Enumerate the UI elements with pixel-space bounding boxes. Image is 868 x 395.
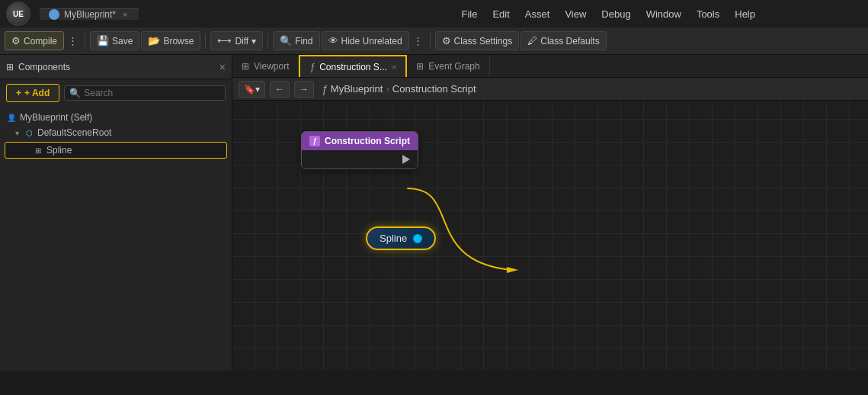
blueprint-tab-icon — [49, 9, 59, 20]
tree-item-defaultsceneroot[interactable]: ▾ ⬡ DefaultSceneRoot — [0, 125, 232, 140]
back-icon: ← — [275, 84, 284, 95]
components-panel-header: ⊞ Components × — [0, 55, 232, 79]
spline-node-dot — [413, 234, 422, 243]
breadcrumb-current: Construction Script — [392, 83, 476, 95]
forward-icon: → — [299, 84, 309, 95]
hide-icon: 👁 — [328, 35, 338, 47]
breadcrumb-root: MyBlueprint — [331, 83, 383, 95]
compile-dropdown[interactable]: ⋮ — [66, 32, 80, 50]
class-defaults-icon: 🖊 — [527, 35, 537, 47]
blueprint-tab[interactable]: MyBlueprint* × — [40, 8, 139, 20]
forward-btn[interactable]: → — [294, 81, 314, 98]
menu-asset[interactable]: Asset — [519, 7, 556, 21]
graph-canvas[interactable]: ƒ Construction Script Spline — [232, 101, 868, 371]
toolbar-sep-3 — [267, 34, 268, 49]
class-defaults-button[interactable]: 🖊 Class Defaults — [520, 31, 606, 50]
app-tab-bar: MyBlueprint* × — [37, 8, 450, 20]
browse-icon: 📂 — [148, 35, 160, 47]
menu-debug[interactable]: Debug — [595, 7, 636, 21]
menu-bar: File Edit Asset View Debug Window Tools … — [456, 7, 863, 21]
eg-tab-label: Event Graph — [428, 61, 479, 72]
components-grid-icon: ⊞ — [6, 62, 14, 72]
tree-item-spline-label: Spline — [46, 145, 72, 156]
cs-node-icon: ƒ — [309, 136, 320, 146]
menu-tools[interactable]: Tools — [690, 7, 725, 21]
tree-item-myblueprint-label: MyBlueprint (Self) — [20, 112, 92, 123]
cs-tab-label: Construction S... — [319, 62, 387, 72]
toolbar: ⚙ Compile ⋮ 💾 Save 📂 Browse ⟷ Diff ▾ 🔍 F… — [0, 27, 868, 55]
save-button[interactable]: 💾 Save — [90, 31, 139, 50]
exec-pin[interactable] — [402, 155, 410, 164]
search-icon: 🔍 — [69, 88, 81, 98]
bookmark-icon: 🔖 — [244, 84, 255, 95]
components-panel-title: Components — [18, 62, 215, 72]
panel-tools: + + Add 🔍 — [0, 79, 232, 107]
right-panel: ⊞ Viewport ƒ Construction S... × ⊞ Event… — [232, 55, 868, 371]
component-tree: 👤 MyBlueprint (Self) ▾ ⬡ DefaultSceneRoo… — [0, 107, 232, 163]
breadcrumb: ƒ MyBlueprint › Construction Script — [322, 83, 476, 95]
construction-script-node: ƒ Construction Script — [301, 131, 418, 169]
menu-edit[interactable]: Edit — [486, 7, 515, 21]
tree-item-defaultsceneroot-label: DefaultSceneRoot — [37, 127, 111, 138]
cs-node-body — [302, 150, 418, 169]
cs-tab-close[interactable]: × — [392, 63, 396, 72]
save-icon: 💾 — [97, 35, 109, 47]
add-label: + Add — [24, 88, 50, 98]
main-layout: ⊞ Components × + + Add 🔍 👤 MyBlueprint (… — [0, 55, 868, 371]
title-bar: UE MyBlueprint* × File Edit Asset View D… — [0, 0, 868, 27]
tab-viewport[interactable]: ⊞ Viewport — [232, 55, 299, 77]
search-input[interactable] — [84, 88, 220, 98]
menu-file[interactable]: File — [456, 7, 484, 21]
viewport-tab-icon: ⊞ — [242, 61, 249, 72]
hide-unrelated-button[interactable]: 👁 Hide Unrelated — [322, 31, 409, 50]
hide-unrelated-more[interactable]: ⋮ — [411, 32, 425, 50]
class-defaults-label: Class Defaults — [540, 36, 599, 47]
add-button[interactable]: + + Add — [6, 84, 59, 102]
compile-button[interactable]: ⚙ Compile — [5, 31, 64, 50]
diff-dropdown-icon[interactable]: ▾ — [251, 36, 256, 47]
save-label: Save — [112, 36, 133, 47]
back-btn[interactable]: ← — [270, 81, 290, 98]
spline-node[interactable]: Spline — [366, 226, 436, 250]
menu-view[interactable]: View — [559, 7, 592, 21]
diff-label: Diff — [235, 36, 248, 47]
tree-item-myblueprint[interactable]: 👤 MyBlueprint (Self) — [0, 110, 232, 125]
diff-button[interactable]: ⟷ Diff ▾ — [210, 31, 263, 50]
eg-tab-icon: ⊞ — [416, 61, 424, 72]
graph-toolbar: 🔖 ▾ ← → ƒ MyBlueprint › Construction Scr… — [232, 78, 868, 101]
spline-icon: ⊞ — [33, 145, 43, 156]
browse-label: Browse — [163, 36, 194, 47]
bookmark-btn[interactable]: 🔖 ▾ — [239, 81, 265, 98]
blueprint-tab-close[interactable]: × — [120, 9, 130, 20]
bookmark-dropdown: ▾ — [255, 84, 260, 95]
blueprint-tab-label: MyBlueprint* — [64, 9, 116, 20]
expand-icon: ▾ — [15, 129, 19, 137]
browse-button[interactable]: 📂 Browse — [141, 31, 200, 50]
cs-tab-icon: ƒ — [309, 62, 315, 72]
diff-icon: ⟷ — [217, 35, 232, 47]
spline-node-label: Spline — [380, 233, 407, 244]
tree-item-spline[interactable]: ⊞ Spline — [5, 142, 227, 159]
find-label: Find — [295, 36, 312, 47]
svg-marker-0 — [507, 267, 518, 273]
toolbar-sep-1 — [85, 34, 85, 49]
class-settings-label: Class Settings — [454, 36, 513, 47]
viewport-tab-label: Viewport — [254, 61, 289, 72]
add-icon: + — [16, 88, 21, 98]
components-panel-close[interactable]: × — [219, 61, 226, 73]
tab-construction-script[interactable]: ƒ Construction S... × — [299, 55, 407, 77]
cs-node-header: ƒ Construction Script — [302, 132, 418, 150]
cube-icon: ⬡ — [24, 127, 34, 138]
compile-label: Compile — [24, 36, 57, 47]
cs-node-title: Construction Script — [325, 136, 410, 146]
breadcrumb-separator: › — [386, 83, 389, 95]
compile-icon: ⚙ — [11, 35, 21, 47]
person-icon: 👤 — [6, 112, 17, 123]
menu-help[interactable]: Help — [729, 7, 761, 21]
find-icon: 🔍 — [280, 35, 292, 47]
find-button[interactable]: 🔍 Find — [273, 31, 319, 50]
tab-event-graph[interactable]: ⊞ Event Graph — [407, 55, 489, 77]
components-panel: ⊞ Components × + + Add 🔍 👤 MyBlueprint (… — [0, 55, 232, 371]
class-settings-button[interactable]: ⚙ Class Settings — [435, 31, 520, 50]
menu-window[interactable]: Window — [640, 7, 687, 21]
